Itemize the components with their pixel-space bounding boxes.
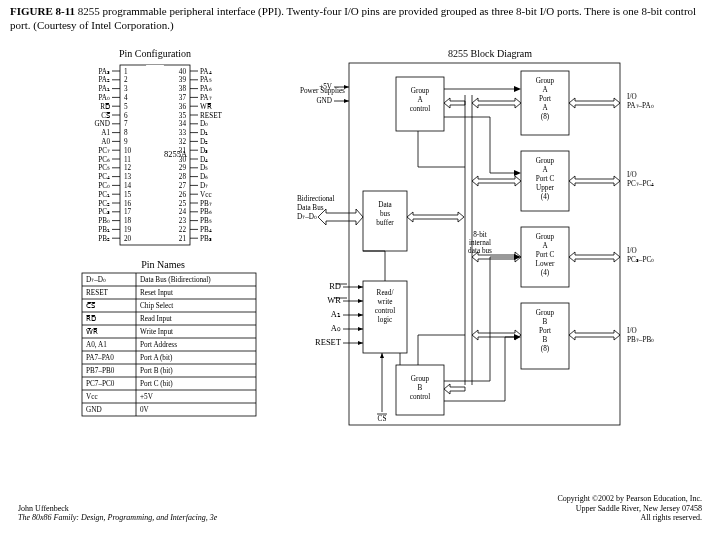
svg-text:PC₀: PC₀	[98, 182, 110, 190]
svg-text:CS̅: CS̅	[101, 112, 111, 120]
svg-text:W̅R̅: W̅R̅	[86, 328, 98, 336]
svg-marker-209	[444, 384, 465, 394]
svg-text:6: 6	[124, 112, 128, 120]
svg-text:PA₇: PA₇	[200, 94, 212, 102]
svg-text:Read Input: Read Input	[140, 315, 172, 323]
svg-text:17: 17	[124, 208, 132, 216]
svg-text:Port B (bit): Port B (bit)	[140, 367, 173, 375]
svg-marker-177	[344, 99, 349, 103]
svg-text:D₁: D₁	[200, 129, 208, 137]
svg-text:PC₅: PC₅	[98, 164, 110, 172]
svg-text:35: 35	[179, 112, 187, 120]
svg-text:D₆: D₆	[200, 173, 208, 181]
figure-caption: FIGURE 8-11 8255 programmable peripheral…	[10, 4, 710, 33]
svg-text:WR: WR	[327, 295, 341, 305]
svg-text:Port A (bit): Port A (bit)	[140, 354, 173, 362]
footer-left: John Uffenbeck The 80x86 Family: Design,…	[18, 504, 217, 522]
svg-text:RESET: RESET	[315, 337, 342, 347]
svg-marker-190	[358, 285, 363, 289]
svg-text:PC₄: PC₄	[98, 173, 110, 181]
svg-text:PB₄: PB₄	[200, 226, 212, 234]
svg-text:4: 4	[124, 94, 128, 102]
svg-text:21: 21	[179, 235, 187, 243]
svg-text:PB₇: PB₇	[200, 200, 212, 208]
svg-text:Write Input: Write Input	[140, 328, 173, 336]
svg-text:8: 8	[124, 129, 128, 137]
pin-config-header: Pin Configuration	[119, 48, 191, 59]
svg-marker-198	[358, 341, 363, 345]
svg-text:0V: 0V	[140, 406, 150, 414]
svg-marker-234	[514, 254, 521, 260]
svg-rect-156	[396, 77, 444, 131]
svg-text:PA₀: PA₀	[98, 94, 110, 102]
svg-text:37: 37	[179, 94, 187, 102]
svg-text:PA₃: PA₃	[98, 68, 110, 76]
svg-text:GroupBcontrol: GroupBcontrol	[410, 375, 430, 401]
svg-marker-202	[380, 353, 384, 358]
svg-text:D₀: D₀	[200, 120, 208, 128]
pin-names-header: Pin Names	[141, 259, 185, 270]
svg-text:PB₅: PB₅	[200, 217, 212, 225]
svg-text:25: 25	[179, 200, 187, 208]
svg-text:16: 16	[124, 200, 132, 208]
svg-text:20: 20	[124, 235, 132, 243]
svg-text:3: 3	[124, 85, 128, 93]
svg-text:36: 36	[179, 103, 187, 111]
svg-text:5: 5	[124, 103, 128, 111]
svg-text:A0, A1: A0, A1	[86, 341, 107, 349]
svg-text:PB7–PB0: PB7–PB0	[86, 367, 115, 375]
svg-text:PB₆: PB₆	[200, 208, 212, 216]
svg-text:PA₄: PA₄	[200, 68, 212, 76]
svg-text:18: 18	[124, 217, 132, 225]
svg-text:1: 1	[124, 68, 128, 76]
svg-text:R̅D̅: R̅D̅	[86, 315, 96, 323]
svg-text:A1: A1	[101, 129, 110, 137]
svg-marker-221	[569, 98, 620, 108]
svg-marker-223	[569, 252, 620, 262]
svg-text:D₇: D₇	[200, 182, 208, 190]
svg-text:PA7–PA0: PA7–PA0	[86, 354, 114, 362]
svg-text:32: 32	[179, 138, 187, 146]
svg-marker-194	[358, 313, 363, 317]
svg-marker-226	[514, 86, 521, 92]
svg-text:Data Bus (Bidirectional): Data Bus (Bidirectional)	[140, 276, 211, 284]
svg-text:D₅: D₅	[200, 164, 208, 172]
svg-marker-204	[318, 209, 363, 225]
svg-text:CS: CS	[378, 415, 387, 423]
svg-text:I/OPB₇–PB₀: I/OPB₇–PB₀	[627, 327, 654, 344]
svg-text:31: 31	[179, 147, 187, 155]
svg-text:27: 27	[179, 182, 187, 190]
svg-text:GroupAPortA(8): GroupAPortA(8)	[536, 77, 555, 121]
svg-text:D₄: D₄	[200, 156, 208, 164]
bidir-bus-label: BidirectionalData BusD₇–D₀	[297, 195, 335, 221]
svg-text:Chip Select: Chip Select	[140, 302, 173, 310]
svg-text:D₂: D₂	[200, 138, 208, 146]
svg-marker-230	[514, 170, 521, 176]
svg-text:+5V: +5V	[140, 393, 154, 401]
svg-text:I/OPC₇–PC₄: I/OPC₇–PC₄	[627, 171, 654, 188]
footer-right: Copyright ©2002 by Pearson Education, In…	[558, 494, 703, 522]
svg-text:Vcc: Vcc	[86, 393, 98, 401]
svg-text:14: 14	[124, 182, 132, 190]
svg-text:34: 34	[179, 120, 187, 128]
svg-text:GND: GND	[316, 97, 332, 105]
svg-text:WR̅: WR̅	[200, 103, 212, 111]
svg-text:PB₀: PB₀	[98, 217, 110, 225]
svg-marker-217	[472, 98, 521, 108]
svg-text:13: 13	[124, 173, 132, 181]
svg-marker-196	[358, 327, 363, 331]
svg-text:9: 9	[124, 138, 128, 146]
svg-text:39: 39	[179, 76, 187, 84]
svg-text:2: 2	[124, 76, 128, 84]
svg-text:PC₁: PC₁	[98, 191, 110, 199]
svg-text:Port Address: Port Address	[140, 341, 177, 349]
svg-marker-192	[358, 299, 363, 303]
svg-text:PB₁: PB₁	[98, 226, 110, 234]
svg-text:23: 23	[179, 217, 187, 225]
svg-text:C̅S̅: C̅S̅	[86, 302, 96, 310]
svg-text:Databusbuffer: Databusbuffer	[376, 201, 394, 227]
svg-text:I/OPA₇–PA₀: I/OPA₇–PA₀	[627, 93, 654, 110]
svg-text:D₇–D₀: D₇–D₀	[86, 276, 106, 284]
svg-text:Reset Input: Reset Input	[140, 289, 173, 297]
svg-text:PA₂: PA₂	[98, 76, 110, 84]
